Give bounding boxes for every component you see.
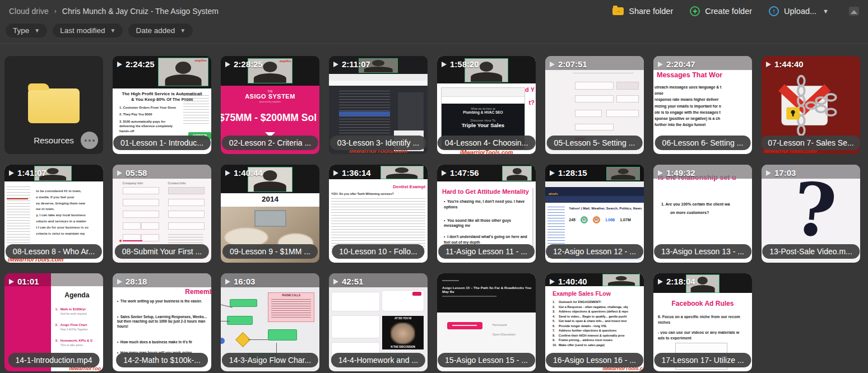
form-field	[123, 199, 159, 206]
form-field	[606, 110, 639, 117]
slide-list-item: 1. Customer Orders From Your Store	[119, 105, 179, 110]
practice-lesson-button	[447, 322, 482, 329]
folder-tile-resources[interactable]: Resources	[4, 56, 103, 154]
video-tile-08-lesson[interactable]: to be considered #1 in town, e media. If…	[4, 165, 103, 263]
slide-heading: Example Sales FLow	[553, 290, 611, 297]
play-icon	[658, 62, 663, 67]
lesson-page-header: Asigo Lesson 15 – The Path So Far & Road…	[437, 273, 536, 313]
slide-text-line: 1. Are you 100% certain the client wa	[661, 202, 752, 206]
form-field	[168, 199, 205, 206]
nav-links	[573, 73, 634, 74]
chevron-down-icon[interactable]: ▼	[823, 8, 829, 15]
video-tile-09[interactable]: 2014 1:40:44 09-Lesson 9 - $1MM ...	[221, 165, 319, 263]
slide-text-line: onse	[655, 90, 752, 96]
slide-heading: Agenda	[51, 291, 103, 299]
scrollbar	[532, 188, 533, 247]
video-tile-12[interactable]: ahrefs Yahoo! | Mail, Weather, Search, P…	[545, 165, 644, 263]
video-tile-17[interactable]: Facebook Ad Rules 6. Focus on a specific…	[653, 273, 752, 371]
flowchart-note: PHONE CALLS	[268, 292, 314, 322]
duration-badge: 1:58:20	[442, 59, 479, 69]
duration-badge: 05:58	[117, 168, 147, 178]
agenda-title: Homework, KPIs & G	[61, 339, 93, 342]
document-line: ice in town.	[36, 206, 101, 212]
flow-step: Outreach for ENGAGEMENT!	[559, 300, 601, 304]
video-tile-01[interactable]: amplifire The High Profit Service is Aut…	[113, 56, 211, 154]
video-filename: 10-Lesson 10 - Follo...	[332, 244, 424, 259]
breadcrumb-root[interactable]: Cloud drive	[9, 7, 49, 16]
flowchart-box	[268, 329, 296, 341]
play-icon	[117, 279, 122, 285]
video-tile-04[interactable]: d Y t? What we do here at Plumbing & HVA…	[437, 56, 536, 154]
share-folder-button[interactable]: Share folder	[612, 7, 673, 16]
upload-button[interactable]: ↑ Upload... ▼	[769, 6, 829, 16]
video-tile-05[interactable]: 2:07:51 05-Lesson 5- Setting ...	[545, 56, 644, 154]
folder-icon	[28, 88, 80, 123]
create-folder-label: Create folder	[705, 7, 752, 16]
filter-type[interactable]: Type▼	[6, 24, 47, 38]
video-tile-11[interactable]: Hard to Get Attitude Mentality • You're …	[437, 165, 536, 263]
video-tile-14-4[interactable]: AT DO YOU M N THE DISCUSSION 42:51 14-4-…	[329, 273, 428, 371]
slide-bullet: • You're chasing me, I don't need you. I…	[444, 199, 531, 209]
flowchart-start-node	[221, 338, 225, 344]
video-tile-10[interactable]: Dentist Exampl YOU: Do you offer Teeth W…	[329, 165, 428, 263]
slide-list-item: 3. $100 automatically pays for deliverin…	[119, 119, 179, 133]
video-tile-14-2[interactable]: Rememb • The work setting up your busine…	[113, 273, 211, 371]
create-folder-button[interactable]: + Create folder	[690, 6, 752, 16]
duration-badge: 1:44:40	[766, 59, 804, 69]
stat-value: 1.07M	[620, 218, 630, 222]
watermark: iMwarriorTools.com	[460, 150, 513, 154]
flow-step: Frame pricing... address trust issues	[559, 338, 612, 342]
folder-more-button[interactable]	[81, 132, 98, 149]
video-tile-06[interactable]: Messages That Wor utreach messages uses …	[653, 56, 752, 154]
slide-text-line: niches	[658, 320, 751, 324]
webcam-thumbnail	[502, 166, 532, 181]
video-tile-03[interactable]: iMwarriorTools.com 2:11:07 03-Lesson 3- …	[329, 56, 428, 154]
slide-bullet: • I don't understand what's going on her…	[444, 234, 531, 245]
note-text-lines	[271, 299, 311, 319]
forum-sidebar	[398, 92, 424, 131]
video-tile-15[interactable]: Asigo Lesson 15 – The Path So Far & Road…	[437, 273, 536, 371]
webcam-thumbnail	[602, 274, 640, 286]
document-line: t I can do for your business is so	[36, 225, 101, 231]
agenda-number: 3.	[55, 339, 58, 342]
slide-text-line: further into the Asigo funnel	[655, 122, 752, 128]
note-title: PHONE CALLS	[268, 294, 314, 297]
video-tile-14-1[interactable]: Agenda 1. Math to $100k/yrAnd the work r…	[4, 273, 103, 371]
slide-year-heading: 2014	[221, 193, 319, 207]
document-line: criteria is strict to maintain my	[36, 231, 101, 237]
video-tile-13-postsale[interactable]: ? 17:03 13-Post-Sale Video.m...	[762, 165, 860, 263]
duration-badge: 2:11:07	[333, 59, 370, 69]
thumbnail-view-icon[interactable]	[849, 7, 859, 16]
follow-button	[412, 292, 421, 296]
video-tile-14-3[interactable]: PHONE CALLS 16:03 14-3-Asigo Flow Char..…	[221, 273, 319, 371]
duration-badge: 1:40:40	[550, 277, 587, 286]
form-field	[141, 222, 159, 230]
video-tile-13-lesson[interactable]: Is the relationship set u 1. Are you 100…	[653, 165, 752, 263]
play-icon	[9, 279, 14, 285]
browser-toolbar	[545, 181, 644, 188]
ahrefs-header: ahrefs	[545, 187, 644, 196]
asigo-system-logo: ASIGO SYSTEM	[221, 93, 319, 100]
duration-badge: 1:40:44	[225, 168, 263, 178]
filter-date-added[interactable]: Date added▼	[128, 24, 193, 38]
video-filename: 08-Submit Your First ...	[115, 244, 209, 259]
video-tile-07[interactable]: iMwarriorTools.com 1:44:40 07-Lesson 7- …	[762, 56, 860, 154]
video-tile-08-submit[interactable]: Company Info Contact Info 05:58 08-Subm	[113, 165, 211, 263]
video-filename: 14-1-Introduction.mp4	[8, 353, 100, 367]
video-tile-02[interactable]: amplifire THE ASIGO SYSTEM powered by am…	[221, 56, 319, 154]
filter-last-modified[interactable]: Last modified▼	[53, 24, 123, 38]
duration-badge: 1:47:56	[442, 168, 479, 178]
stat-traffic: 1.06B	[605, 218, 615, 222]
video-tile-16[interactable]: Example Sales FLow 1.Outreach for ENGAGE…	[545, 273, 644, 371]
chevron-down-icon: ▼	[180, 27, 185, 34]
video-filename: 17-Lesson 17- Utilize ...	[654, 353, 751, 367]
play-icon	[117, 170, 122, 176]
lesson-page-meta	[442, 296, 496, 297]
video-filename: 16-Asigo Lesson 16 - ...	[546, 353, 643, 367]
bullet-text: Sales Seeker Setup, Learning Responses, …	[117, 315, 207, 329]
filter-date-added-label: Date added	[136, 26, 175, 35]
duration-badge: 1:41:07	[9, 168, 47, 178]
slide-heading: Hard to Get Attitude Mentality	[442, 188, 529, 195]
duration-badge: 2:20:47	[658, 59, 695, 69]
duration-badge: 16:03	[225, 277, 255, 286]
